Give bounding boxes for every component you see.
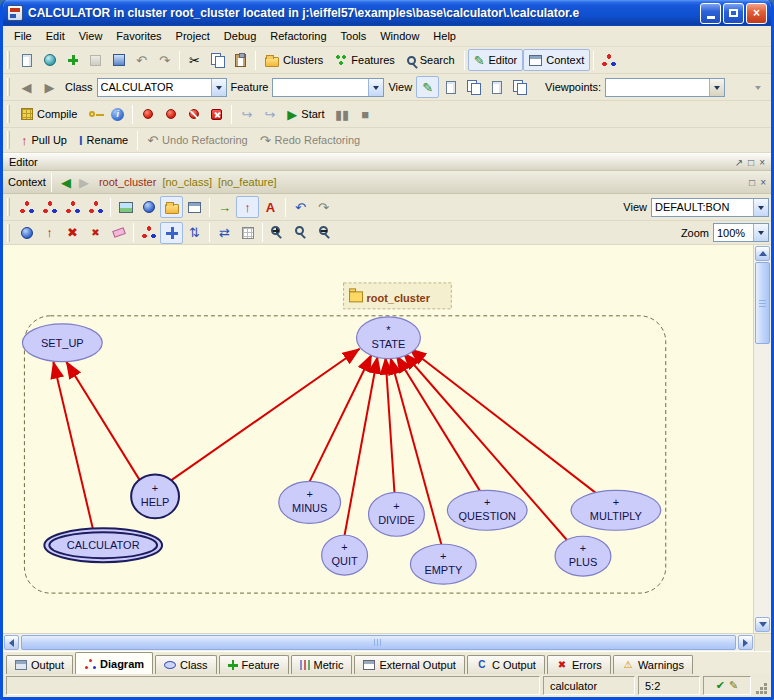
class-node-multiply[interactable]: + MULTIPLY [571, 490, 661, 530]
cut-button[interactable]: ✂ [183, 49, 206, 71]
tab-output[interactable]: Output [6, 655, 73, 674]
menu-window[interactable]: Window [373, 28, 426, 44]
scroll-up-button[interactable] [755, 246, 770, 261]
compile-button[interactable]: Compile [15, 103, 83, 125]
link-minus-state[interactable] [310, 355, 372, 482]
diagram-view-combo[interactable] [651, 198, 769, 217]
stop-button[interactable]: ■ [354, 103, 377, 125]
history-back-button[interactable]: ◀ [15, 76, 38, 98]
class-combo-dropdown[interactable] [211, 79, 226, 96]
cluster-label[interactable]: root_cluster [344, 283, 452, 309]
class-node-set-up[interactable]: SET_UP [22, 324, 102, 362]
force-layout-button[interactable] [160, 222, 183, 244]
class-node-calculator[interactable]: CALCULATOR [44, 528, 162, 562]
minimize-button[interactable] [700, 3, 721, 24]
compilation-info-button[interactable]: i [106, 103, 129, 125]
zoom-combo-input[interactable] [714, 227, 753, 239]
horizontal-scrollbar[interactable] [3, 633, 754, 651]
diagram-view-dropdown[interactable] [753, 199, 768, 216]
context-back-button[interactable]: ◀ [57, 173, 75, 191]
class-node-minus[interactable]: + MINUS [279, 481, 341, 523]
toggle-grid-button[interactable] [236, 222, 259, 244]
toolbar-overflow-button[interactable] [746, 76, 769, 98]
step-over-button[interactable]: ↪ [258, 103, 281, 125]
class-combo[interactable] [97, 78, 227, 97]
go-to-target-button[interactable]: → [213, 196, 236, 218]
save-all-button[interactable] [107, 49, 130, 71]
float-pane-button[interactable]: ↗ [735, 157, 743, 168]
tab-diagram[interactable]: Diagram [75, 652, 153, 674]
new-file-button[interactable] [15, 49, 38, 71]
class-diagram-button[interactable] [15, 196, 38, 218]
toolbar-gripper[interactable] [7, 105, 10, 123]
class-node-divide[interactable]: + DIVIDE [369, 492, 425, 536]
undo-refactoring-button[interactable]: ↶Undo Refactoring [141, 129, 254, 151]
basic-text-view-button[interactable]: ✎ [416, 76, 439, 98]
feature-combo[interactable] [272, 78, 384, 97]
class-node-state[interactable]: * STATE [357, 317, 421, 359]
viewpoints-combo-dropdown[interactable] [709, 79, 724, 96]
toggle-link-direction-button[interactable]: ⇄ [213, 222, 236, 244]
tab-c-output[interactable]: CC Output [467, 655, 545, 674]
history-forward-button[interactable]: ▶ [38, 76, 61, 98]
tab-errors[interactable]: ✖Errors [547, 655, 611, 674]
close-button[interactable]: × [746, 3, 767, 24]
sort-layout-button[interactable]: ⇅ [183, 222, 206, 244]
client-links-button[interactable] [84, 196, 107, 218]
web-export-button[interactable] [137, 196, 160, 218]
contract-view-button[interactable] [485, 76, 508, 98]
inheritance-links-button[interactable] [61, 196, 84, 218]
link-calculator-setup[interactable] [53, 362, 93, 531]
close-pane-button[interactable]: × [759, 157, 765, 168]
undo-button[interactable]: ↶ [130, 49, 153, 71]
step-into-button[interactable]: ↪ [235, 103, 258, 125]
start-button[interactable]: ▶Start [281, 103, 330, 125]
link-divide-state[interactable] [385, 358, 394, 493]
class-node-plus[interactable]: + PLUS [555, 536, 611, 576]
vertical-scroll-thumb[interactable] [755, 262, 770, 344]
menu-file[interactable]: File [7, 28, 39, 44]
redo-button[interactable]: ↷ [153, 49, 176, 71]
feature-combo-input[interactable] [273, 81, 368, 93]
add-button[interactable] [61, 49, 84, 71]
redo-refactoring-button[interactable]: ↷Redo Refactoring [254, 129, 367, 151]
editor-button[interactable]: ✎Editor [468, 49, 524, 71]
menu-view[interactable]: View [72, 28, 110, 44]
zoom-fit-button[interactable] [290, 222, 314, 244]
zoom-out-button[interactable] [314, 222, 338, 244]
vertical-scrollbar[interactable] [753, 245, 771, 633]
horizontal-scroll-thumb[interactable] [21, 635, 736, 650]
maximize-context-button[interactable]: □ [749, 177, 755, 188]
pause-button[interactable]: ▮▮ [331, 103, 354, 125]
diagram-view-combo-input[interactable] [652, 201, 753, 213]
diagram-undo-button[interactable]: ↶ [289, 196, 312, 218]
paste-button[interactable] [229, 49, 252, 71]
delete-all-button[interactable]: ✖ [84, 222, 107, 244]
cluster-diagram-button[interactable] [38, 196, 61, 218]
context-forward-button[interactable]: ▶ [75, 173, 93, 191]
menu-debug[interactable]: Debug [217, 28, 263, 44]
features-button[interactable]: Features [329, 49, 400, 71]
window-view-button[interactable] [183, 196, 206, 218]
tab-feature[interactable]: Feature [219, 655, 289, 674]
toolbar-gripper[interactable] [7, 78, 10, 96]
class-node-empty[interactable]: + EMPTY [410, 544, 476, 584]
copy-button[interactable] [206, 49, 229, 71]
toolbar-gripper[interactable] [7, 51, 10, 69]
open-button[interactable] [38, 49, 61, 71]
context-button[interactable]: Context [523, 49, 590, 71]
feature-combo-dropdown[interactable] [368, 79, 383, 96]
menu-refactoring[interactable]: Refactoring [263, 28, 333, 44]
context-cluster[interactable]: root_cluster [99, 176, 156, 188]
class-combo-input[interactable] [98, 81, 211, 93]
open-in-new-window-button[interactable] [597, 49, 620, 71]
scroll-right-button[interactable] [738, 635, 753, 650]
zoom-combo[interactable] [713, 223, 769, 242]
class-node-quit[interactable]: + QUIT [322, 535, 368, 575]
center-on-class-button[interactable] [15, 222, 38, 244]
add-ancestor-button[interactable]: ↑ [38, 222, 61, 244]
disable-breakpoints-button[interactable] [182, 103, 205, 125]
close-context-button[interactable]: × [760, 177, 766, 188]
search-button[interactable]: Search [401, 49, 461, 71]
freeze-button[interactable] [83, 103, 106, 125]
